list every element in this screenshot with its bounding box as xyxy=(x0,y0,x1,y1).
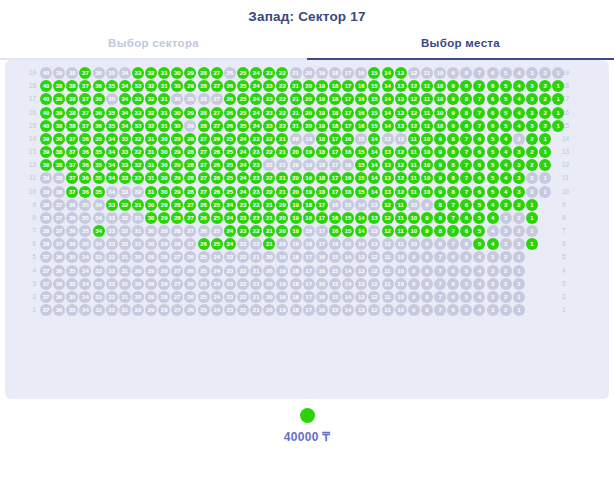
seat[interactable]: 10 xyxy=(434,93,446,105)
seat[interactable]: 4 xyxy=(500,186,512,198)
seat[interactable]: 30 xyxy=(158,133,170,145)
seat[interactable]: 15 xyxy=(355,172,367,184)
seat[interactable]: 25 xyxy=(237,120,249,132)
seat[interactable]: 14 xyxy=(368,186,380,198)
seat[interactable]: 22 xyxy=(276,80,288,92)
seat[interactable]: 26 xyxy=(211,172,223,184)
seat[interactable]: 1 xyxy=(552,107,564,119)
seat[interactable]: 16 xyxy=(355,120,367,132)
seat[interactable]: 6 xyxy=(487,107,499,119)
seat[interactable]: 4 xyxy=(513,120,525,132)
seat[interactable]: 15 xyxy=(368,67,380,79)
seat[interactable]: 32 xyxy=(145,120,157,132)
seat[interactable]: 7 xyxy=(447,212,459,224)
seat[interactable]: 2 xyxy=(539,80,551,92)
seat[interactable]: 19 xyxy=(316,93,328,105)
seat[interactable]: 37 xyxy=(79,67,91,79)
seat[interactable]: 18 xyxy=(329,93,341,105)
seat[interactable]: 12 xyxy=(408,120,420,132)
seat[interactable]: 10 xyxy=(421,146,433,158)
seat[interactable]: 11 xyxy=(408,172,420,184)
seat[interactable]: 28 xyxy=(198,80,210,92)
seat[interactable]: 22 xyxy=(276,67,288,79)
seat[interactable]: 27 xyxy=(198,186,210,198)
seat[interactable]: 13 xyxy=(382,146,394,158)
seat[interactable]: 16 xyxy=(342,133,354,145)
seat[interactable]: 32 xyxy=(119,199,131,211)
seat[interactable]: 11 xyxy=(395,212,407,224)
seat[interactable]: 6 xyxy=(473,146,485,158)
seat[interactable]: 8 xyxy=(434,225,446,237)
seat[interactable]: 22 xyxy=(263,133,275,145)
seat[interactable]: 28 xyxy=(198,107,210,119)
seat[interactable]: 28 xyxy=(184,133,196,145)
seat[interactable]: 14 xyxy=(368,172,380,184)
seat[interactable]: 36 xyxy=(93,80,105,92)
seat[interactable]: 28 xyxy=(198,120,210,132)
seat[interactable]: 15 xyxy=(355,186,367,198)
seat[interactable]: 26 xyxy=(198,212,210,224)
seat[interactable]: 13 xyxy=(382,186,394,198)
seat[interactable]: 24 xyxy=(237,159,249,171)
seat[interactable]: 37 xyxy=(79,120,91,132)
seat[interactable]: 22 xyxy=(263,146,275,158)
seat[interactable]: 25 xyxy=(211,199,223,211)
seat[interactable]: 13 xyxy=(382,172,394,184)
seat[interactable]: 13 xyxy=(395,120,407,132)
seat[interactable]: 23 xyxy=(250,159,262,171)
seat[interactable]: 30 xyxy=(158,172,170,184)
seat[interactable]: 17 xyxy=(329,133,341,145)
seat[interactable]: 17 xyxy=(342,120,354,132)
seat[interactable]: 31 xyxy=(158,93,170,105)
seat[interactable]: 26 xyxy=(224,80,236,92)
seat[interactable]: 22 xyxy=(263,172,275,184)
seat[interactable]: 24 xyxy=(250,107,262,119)
seat[interactable]: 5 xyxy=(500,80,512,92)
seat[interactable]: 3 xyxy=(526,80,538,92)
seat[interactable]: 4 xyxy=(500,172,512,184)
seat[interactable]: 6 xyxy=(487,93,499,105)
seat[interactable]: 21 xyxy=(276,172,288,184)
seat[interactable]: 15 xyxy=(342,212,354,224)
seat[interactable]: 31 xyxy=(145,159,157,171)
seat[interactable]: 9 xyxy=(447,120,459,132)
seat[interactable]: 15 xyxy=(368,93,380,105)
seat[interactable]: 32 xyxy=(145,107,157,119)
seat[interactable]: 3 xyxy=(526,93,538,105)
seat[interactable]: 18 xyxy=(329,107,341,119)
seat[interactable]: 34 xyxy=(119,107,131,119)
seat[interactable]: 39 xyxy=(53,107,65,119)
seat[interactable]: 9 xyxy=(434,133,446,145)
seat[interactable]: 7 xyxy=(473,93,485,105)
seat[interactable]: 31 xyxy=(158,67,170,79)
seat[interactable]: 7 xyxy=(473,80,485,92)
seat[interactable]: 14 xyxy=(368,146,380,158)
seat[interactable]: 14 xyxy=(382,93,394,105)
seat[interactable]: 37 xyxy=(79,107,91,119)
seat[interactable]: 3 xyxy=(513,186,525,198)
seat[interactable]: 35 xyxy=(106,107,118,119)
seat[interactable]: 24 xyxy=(237,172,249,184)
seat[interactable]: 10 xyxy=(421,186,433,198)
seat[interactable]: 21 xyxy=(276,186,288,198)
seat[interactable]: 29 xyxy=(158,212,170,224)
seat[interactable]: 16 xyxy=(342,186,354,198)
seat[interactable]: 2 xyxy=(526,146,538,158)
seat[interactable]: 30 xyxy=(145,212,157,224)
seat[interactable]: 33 xyxy=(119,133,131,145)
seat[interactable]: 15 xyxy=(342,225,354,237)
seat[interactable]: 9 xyxy=(421,225,433,237)
seat[interactable]: 5 xyxy=(487,159,499,171)
seat[interactable]: 34 xyxy=(106,146,118,158)
seat[interactable]: 26 xyxy=(198,199,210,211)
seat[interactable]: 25 xyxy=(211,238,223,250)
seat[interactable]: 27 xyxy=(211,80,223,92)
seat[interactable]: 24 xyxy=(250,67,262,79)
seat[interactable]: 2 xyxy=(539,120,551,132)
seat[interactable]: 10 xyxy=(408,212,420,224)
seat[interactable]: 21 xyxy=(290,80,302,92)
seat[interactable]: 39 xyxy=(40,146,52,158)
seat[interactable]: 10 xyxy=(421,159,433,171)
seat[interactable]: 12 xyxy=(395,172,407,184)
seat[interactable]: 11 xyxy=(408,146,420,158)
